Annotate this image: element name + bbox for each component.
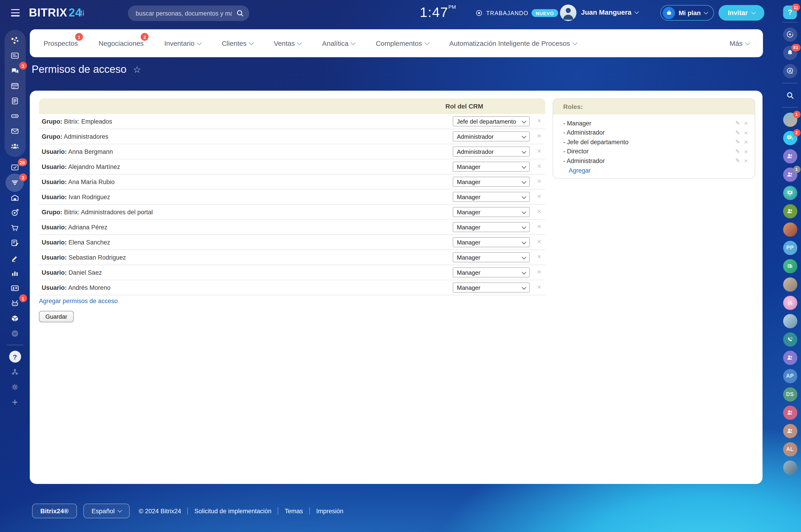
initials-avatar-pp[interactable]: PP bbox=[783, 241, 797, 255]
footer-brand-button[interactable]: Bitrix24® bbox=[32, 504, 77, 518]
delete-row-icon[interactable]: × bbox=[537, 117, 541, 125]
nav-clientes[interactable]: Clientes bbox=[222, 39, 253, 47]
sidebar-item-drive[interactable] bbox=[4, 109, 25, 124]
save-button[interactable]: Guardar bbox=[39, 311, 74, 322]
edit-role-icon[interactable]: ✎ bbox=[735, 120, 740, 127]
crm-role-select[interactable]: Manager bbox=[453, 237, 530, 247]
user-menu[interactable]: Juan Manguera bbox=[581, 8, 638, 16]
sidebar-item-market[interactable] bbox=[4, 311, 25, 326]
edit-role-icon[interactable]: ✎ bbox=[735, 139, 740, 145]
nav-inventario[interactable]: Inventario bbox=[164, 39, 201, 47]
work-status[interactable]: TRABAJANDO NUEVO bbox=[475, 9, 558, 17]
work-clock[interactable]: 1:47PM bbox=[420, 4, 456, 20]
add-plus-icon[interactable] bbox=[4, 395, 25, 410]
nav-analitica[interactable]: Analítica bbox=[322, 39, 355, 47]
settings-gear-icon[interactable] bbox=[4, 380, 25, 395]
sidebar-item-contact-center[interactable] bbox=[4, 281, 25, 296]
edit-role-icon[interactable]: ✎ bbox=[735, 158, 740, 164]
crm-role-select[interactable]: Manager bbox=[453, 177, 530, 187]
menu-icon[interactable] bbox=[11, 9, 20, 16]
recent-chat-channel[interactable]: 2 bbox=[783, 131, 797, 145]
group-chat-pink[interactable] bbox=[783, 405, 797, 420]
delete-row-icon[interactable]: × bbox=[537, 208, 541, 215]
initials-avatar-al[interactable]: AL bbox=[783, 442, 797, 456]
sidebar-item-mail[interactable] bbox=[4, 124, 25, 139]
sidebar-item-sitemap[interactable] bbox=[4, 364, 25, 380]
group-chat-green[interactable] bbox=[783, 204, 797, 218]
delete-role-icon[interactable]: × bbox=[744, 130, 748, 136]
nav-negociaciones[interactable]: Negociaciones2 bbox=[98, 39, 144, 47]
delete-row-icon[interactable]: × bbox=[537, 238, 541, 245]
my-plan-button[interactable]: Mi plan bbox=[660, 5, 714, 21]
add-role-link[interactable]: Agregar bbox=[553, 166, 591, 174]
delete-role-icon[interactable]: × bbox=[744, 139, 748, 145]
copilot-button[interactable] bbox=[783, 27, 797, 41]
delete-row-icon[interactable]: × bbox=[537, 253, 541, 261]
delete-row-icon[interactable]: × bbox=[537, 163, 541, 170]
delete-role-icon[interactable]: × bbox=[744, 158, 748, 164]
delete-row-icon[interactable]: × bbox=[537, 268, 541, 276]
crm-role-select[interactable]: Manager bbox=[453, 162, 530, 172]
help-icon[interactable]: ? bbox=[9, 351, 21, 363]
bitrix24-logo[interactable]: BITRIX24 bbox=[29, 6, 81, 19]
crm-role-select[interactable]: Manager bbox=[453, 283, 530, 292]
sidebar-item-tasks[interactable]: 28 bbox=[4, 160, 25, 175]
group-chat-brown[interactable] bbox=[783, 424, 797, 438]
sidebar-item-calendar[interactable] bbox=[4, 78, 25, 93]
nav-mas[interactable]: Más bbox=[729, 39, 749, 47]
initials-avatar-ds[interactable]: DS bbox=[783, 387, 797, 401]
user-avatar[interactable] bbox=[560, 4, 577, 21]
contact-avatar[interactable] bbox=[783, 460, 797, 475]
contact-avatar[interactable] bbox=[783, 277, 797, 291]
recent-chat-avatar[interactable]: 1 bbox=[783, 112, 797, 127]
sidebar-collapse[interactable] bbox=[4, 326, 25, 341]
nav-automatizacion[interactable]: Automatización Inteligente de Procesos bbox=[449, 39, 577, 47]
crm-role-select[interactable]: Manager bbox=[453, 267, 530, 278]
delete-row-icon[interactable]: × bbox=[537, 223, 541, 230]
sidebar-item-ai[interactable]: 1 bbox=[4, 296, 25, 311]
sidebar-item-messenger[interactable]: 3 bbox=[4, 63, 25, 78]
rail-search-button[interactable] bbox=[783, 88, 797, 102]
crm-role-select[interactable]: Manager bbox=[453, 207, 530, 217]
crm-role-select[interactable]: Manager bbox=[453, 192, 530, 202]
nav-ventas[interactable]: Ventas bbox=[274, 39, 302, 47]
footer-link-print[interactable]: Impresión bbox=[316, 508, 343, 514]
search-input[interactable] bbox=[128, 5, 249, 21]
language-selector[interactable]: Español bbox=[83, 504, 129, 518]
sidebar-item-sign[interactable] bbox=[4, 250, 25, 266]
favorite-star-icon[interactable]: ☆ bbox=[133, 64, 141, 75]
delete-row-icon[interactable]: × bbox=[537, 132, 541, 140]
crm-role-select[interactable]: Administrador bbox=[453, 131, 530, 141]
sidebar-item-crm[interactable]: 3 bbox=[4, 175, 25, 190]
sidebar-item-collaboration[interactable] bbox=[4, 33, 25, 48]
footer-link-themes[interactable]: Temas bbox=[285, 508, 303, 514]
footer-link-implementation[interactable]: Solicitud de implementación bbox=[195, 508, 272, 514]
sidebar-item-documents[interactable] bbox=[4, 93, 25, 109]
delete-role-icon[interactable]: × bbox=[744, 120, 748, 127]
telephony-avatar[interactable] bbox=[783, 332, 797, 346]
edit-role-icon[interactable]: ✎ bbox=[735, 148, 740, 155]
sidebar-item-smart-process[interactable] bbox=[4, 235, 25, 250]
sidebar-item-analytics[interactable] bbox=[4, 266, 25, 281]
sidebar-item-warehouse[interactable] bbox=[4, 190, 25, 205]
delete-row-icon[interactable]: × bbox=[537, 178, 541, 185]
sidebar-item-marketing[interactable] bbox=[4, 205, 25, 220]
add-permissions-link[interactable]: Agregar permisos de acceso bbox=[39, 298, 118, 304]
crm-role-select[interactable]: Manager bbox=[453, 222, 530, 232]
edit-role-icon[interactable]: ✎ bbox=[735, 130, 740, 136]
delete-row-icon[interactable]: × bbox=[537, 193, 541, 200]
contact-avatar[interactable] bbox=[783, 222, 797, 236]
contact-avatar[interactable] bbox=[783, 314, 797, 328]
support-chat-avatar[interactable] bbox=[783, 186, 797, 200]
news-channel-avatar[interactable] bbox=[783, 259, 797, 273]
sliders-icon[interactable] bbox=[78, 9, 87, 17]
sidebar-item-groups[interactable] bbox=[4, 139, 25, 154]
report-channel-avatar[interactable] bbox=[783, 296, 797, 310]
sidebar-item-feed[interactable] bbox=[4, 48, 25, 63]
group-chat-purple3[interactable] bbox=[783, 350, 797, 365]
initials-avatar-ap[interactable]: AP bbox=[783, 369, 797, 383]
group-chat-purple2[interactable]: 1 bbox=[783, 167, 797, 182]
nav-prospectos[interactable]: Prospectos1 bbox=[43, 39, 78, 47]
crm-role-select[interactable]: Jefe del departamento bbox=[453, 116, 530, 126]
notifications-button[interactable]: 81 bbox=[783, 45, 797, 60]
